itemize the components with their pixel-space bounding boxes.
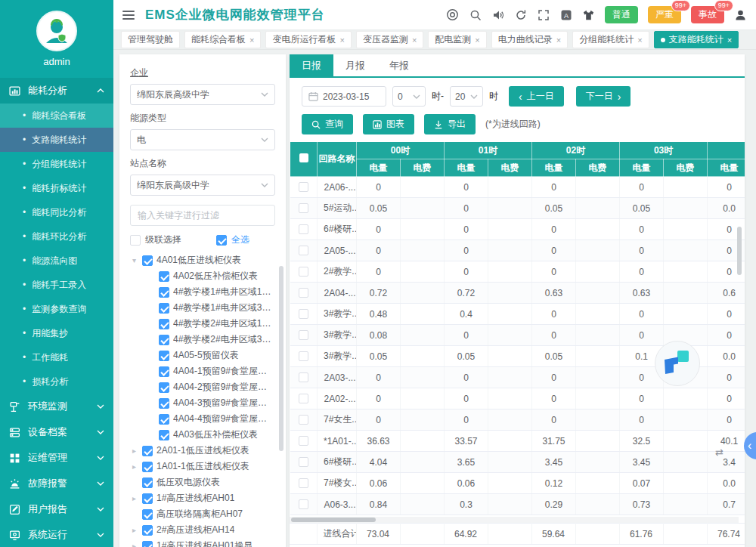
tree-item[interactable]: 4A04-3预留9#食堂屋顶空调机组仪表 bbox=[130, 395, 275, 411]
select-all-column[interactable] bbox=[290, 142, 318, 177]
tree-expand-icon[interactable]: ▸ bbox=[130, 526, 138, 534]
sidebar-group[interactable]: 用户报告 bbox=[0, 496, 113, 522]
nav-tab[interactable]: 电力曲线记录× bbox=[491, 31, 568, 48]
row-checkbox[interactable] bbox=[299, 436, 308, 446]
tree-checkbox[interactable] bbox=[159, 303, 169, 314]
tree-checkbox[interactable] bbox=[159, 398, 169, 409]
tree-item[interactable]: 4#教学楼2#电井区域1至2层动力仪表 bbox=[130, 316, 275, 332]
alarm-badge[interactable]: 严重99+ bbox=[648, 6, 681, 23]
tree-scrollbar[interactable] bbox=[279, 266, 284, 451]
row-checkbox[interactable] bbox=[299, 246, 308, 255]
row-checkbox[interactable] bbox=[299, 203, 308, 213]
report-tab[interactable]: 月报 bbox=[333, 54, 377, 76]
tree-checkbox[interactable] bbox=[142, 509, 153, 520]
tree-item-label[interactable]: 高压联络隔离柜AH07 bbox=[156, 508, 243, 521]
select-all-checkbox[interactable] bbox=[299, 153, 308, 162]
nav-tab[interactable]: 配电监测× bbox=[428, 31, 486, 48]
nav-tab[interactable]: 管理驾驶舱 bbox=[121, 31, 180, 48]
volume-icon[interactable] bbox=[491, 8, 504, 21]
tree-checkbox[interactable] bbox=[159, 382, 169, 393]
tree-item[interactable]: 4#教学楼2#电井区域3至6层动力仪表 bbox=[130, 332, 275, 348]
sidebar-item[interactable]: •能耗环比分析 bbox=[0, 224, 113, 249]
tab-close-icon[interactable]: × bbox=[249, 36, 254, 45]
tree-item-label[interactable]: 4A02低压补偿柜仪表 bbox=[173, 270, 258, 283]
tree-checkbox[interactable] bbox=[159, 319, 169, 329]
tree-item[interactable]: ▸1#高压进线柜AH01 bbox=[130, 490, 275, 506]
theme-icon[interactable] bbox=[582, 8, 595, 21]
tree-checkbox[interactable] bbox=[159, 414, 169, 425]
alarm-badge[interactable]: 普通 bbox=[605, 6, 638, 23]
tree-checkbox[interactable] bbox=[159, 287, 169, 298]
query-button[interactable]: 查询 bbox=[302, 114, 353, 134]
nav-tab[interactable]: 变压器监测× bbox=[356, 31, 423, 48]
record-icon[interactable] bbox=[446, 8, 459, 21]
tree-expand-icon[interactable]: ▸ bbox=[130, 462, 138, 471]
row-checkbox[interactable] bbox=[299, 182, 308, 192]
tree-item[interactable]: 4A04-4预留9#食堂屋顶空调机组仪表 bbox=[130, 411, 275, 427]
tree-item-label[interactable]: 4A03低压补偿柜仪表 bbox=[173, 428, 258, 441]
row-checkbox[interactable] bbox=[299, 309, 308, 319]
tree-item[interactable]: 4A02低压补偿柜仪表 bbox=[130, 268, 275, 284]
tree-expand-icon[interactable]: ▾ bbox=[130, 256, 138, 264]
tree-checkbox[interactable] bbox=[142, 462, 153, 472]
hour-to-select[interactable]: 20 bbox=[450, 86, 483, 107]
tab-close-icon[interactable]: × bbox=[339, 36, 344, 45]
sidebar-item[interactable]: •能耗手工录入 bbox=[0, 273, 113, 297]
row-checkbox[interactable] bbox=[299, 372, 308, 382]
sidebar-item[interactable]: •用能集抄 bbox=[0, 321, 113, 345]
tree-checkbox[interactable] bbox=[142, 477, 153, 488]
row-checkbox[interactable] bbox=[299, 457, 308, 467]
horizontal-scrollbar[interactable] bbox=[290, 517, 739, 523]
select-all-checkbox[interactable] bbox=[216, 235, 227, 246]
tab-close-icon[interactable]: × bbox=[475, 36, 479, 45]
row-checkbox[interactable] bbox=[299, 330, 308, 340]
row-checkbox[interactable] bbox=[299, 267, 308, 277]
search-icon[interactable] bbox=[469, 8, 482, 21]
tree-item[interactable]: ▸1A01-1低压进线柜仪表 bbox=[130, 459, 275, 474]
tree-item-label[interactable]: 2#高压进线柜AH14 bbox=[156, 524, 234, 536]
tree-item-label[interactable]: 4A04-3预留9#食堂屋顶空调机组仪表 bbox=[173, 397, 275, 409]
tree-item-label[interactable]: 4A04-4预留9#食堂屋顶空调机组仪表 bbox=[173, 413, 275, 425]
tab-close-icon[interactable]: × bbox=[412, 36, 417, 45]
tree-checkbox[interactable] bbox=[159, 366, 169, 377]
tree-item-label[interactable]: 2A01-1低压进线柜仪表 bbox=[156, 444, 249, 457]
sidebar-item[interactable]: •支路能耗统计 bbox=[0, 128, 113, 152]
nav-tab[interactable]: 能耗综合看板× bbox=[184, 31, 261, 48]
tree-item-label[interactable]: 低压双电源仪表 bbox=[156, 476, 220, 489]
date-picker[interactable]: 2023-03-15 bbox=[302, 86, 386, 107]
energy-type-select[interactable]: 电 bbox=[130, 129, 275, 150]
translate-icon[interactable]: A bbox=[559, 8, 572, 21]
sidebar-group[interactable]: 设备档案 bbox=[0, 419, 113, 445]
tree-item[interactable]: 4A04-1预留9#食堂屋顶空调机组仪表 bbox=[130, 363, 275, 379]
tree-item[interactable]: 4#教学楼1#电井区域1至2层动力仪表 bbox=[130, 284, 275, 300]
tree-checkbox[interactable] bbox=[159, 430, 169, 440]
tree-item[interactable]: 4#教学楼1#电井区域3至5层动力仪表 bbox=[130, 300, 275, 316]
sidebar-item[interactable]: •工作能耗 bbox=[0, 345, 113, 369]
tree-item[interactable]: 4A04-2预留9#食堂屋顶空调机组仪表 bbox=[130, 379, 275, 395]
tree-checkbox[interactable] bbox=[159, 271, 169, 282]
row-checkbox[interactable] bbox=[299, 288, 308, 298]
prev-day-button[interactable]: ‹ 上一日 bbox=[509, 86, 564, 107]
refresh-icon[interactable] bbox=[514, 8, 527, 21]
tree-checkbox[interactable] bbox=[142, 493, 153, 504]
row-checkbox[interactable] bbox=[299, 499, 308, 509]
tree-expand-icon[interactable]: ▸ bbox=[130, 447, 138, 455]
tree-checkbox[interactable] bbox=[159, 335, 169, 345]
tree-item[interactable]: 高压联络隔离柜AH07 bbox=[130, 506, 275, 522]
row-checkbox[interactable] bbox=[299, 351, 308, 361]
avatar[interactable] bbox=[36, 11, 77, 51]
sidebar-item[interactable]: •监测参数查询 bbox=[0, 297, 113, 321]
hamburger-menu-icon[interactable] bbox=[122, 11, 135, 20]
vertical-scrollbar[interactable] bbox=[737, 227, 742, 275]
collapse-float-button[interactable]: ‹ bbox=[744, 432, 756, 459]
tree-item-label[interactable]: 1#高压进线柜AH01 bbox=[156, 492, 234, 505]
tree-item[interactable]: 4A03低压补偿柜仪表 bbox=[130, 427, 275, 443]
sidebar-item[interactable]: •损耗分析 bbox=[0, 369, 113, 394]
tree-checkbox[interactable] bbox=[142, 541, 153, 547]
tab-close-icon[interactable]: × bbox=[727, 36, 732, 45]
tree-item-label[interactable]: 4#教学楼2#电井区域3至6层动力仪表 bbox=[173, 333, 275, 346]
tree-item[interactable]: ▸2A01-1低压进线柜仪表 bbox=[130, 443, 275, 459]
export-button[interactable]: 导出 bbox=[424, 114, 476, 134]
tree-item-label[interactable]: 1#高压进线柜AH01操显 bbox=[156, 539, 253, 547]
sidebar-group[interactable]: 系统运行 bbox=[0, 522, 113, 547]
